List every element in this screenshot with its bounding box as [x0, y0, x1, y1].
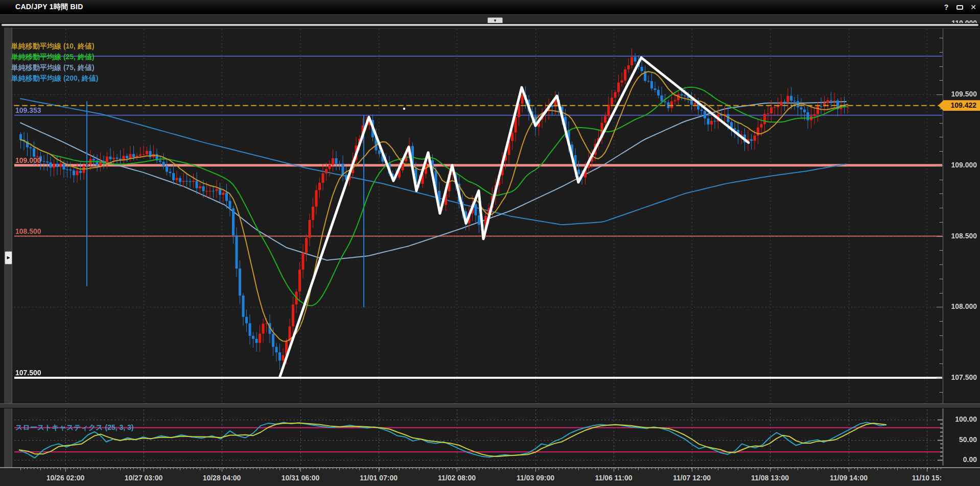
stoch-axis-label: 100.00: [943, 415, 977, 423]
time-axis-label: 11/09 14:00: [830, 474, 868, 482]
price-level-label: 109.000: [15, 156, 41, 164]
legend-item: 単純移動平均線 (25, 終値): [11, 52, 98, 62]
maximize-button[interactable]: [953, 2, 966, 12]
time-axis-label: 11/01 07:00: [360, 474, 398, 482]
scrollbar-thumb[interactable]: [2, 24, 978, 26]
price-axis-label: 107.500: [943, 373, 977, 381]
stoch-axis-label: 50.00: [943, 435, 977, 444]
window-title: CAD/JPY 1時間 BID: [15, 3, 83, 12]
time-axis-label: 11/10 15:: [912, 474, 942, 482]
time-axis-label: 10/31 06:00: [282, 474, 320, 482]
time-axis-label: 11/06 11:00: [595, 474, 632, 482]
left-toolbar-strip: [4, 28, 12, 467]
time-axis-label: 10/27 03:00: [125, 474, 163, 482]
time-axis-label: 10/26 02:00: [46, 474, 85, 482]
time-axis-label: 11/03 09:00: [517, 474, 554, 482]
price-axis-label: 108.000: [943, 302, 977, 310]
time-axis-label: 11/02 08:00: [438, 474, 476, 482]
stoch-axis-label: 0.00: [943, 455, 977, 464]
chevron-right-icon: ▶: [7, 255, 10, 260]
price-level-label: 109.353: [15, 106, 41, 114]
current-price-badge: 109.422: [938, 100, 980, 111]
legend-item: 単純移動平均線 (75, 終値): [11, 62, 98, 73]
legend-item: 単純移動平均線 (200, 終値): [11, 73, 98, 84]
price-axis-label: 109.500: [943, 90, 977, 98]
price-level-label: 107.500: [15, 369, 41, 377]
legend: 単純移動平均線 (10, 終値)単純移動平均線 (25, 終値)単純移動平均線 …: [11, 41, 98, 84]
help-button[interactable]: ?: [940, 2, 952, 12]
close-button[interactable]: ✕: [967, 2, 979, 12]
indicator-panel-canvas[interactable]: [12, 408, 980, 466]
price-level-label: 108.500: [15, 227, 41, 235]
price-axis-label: 109.000: [943, 161, 977, 169]
app-window: CAD/JPY 1時間 BID ? ✕ ▼ ▶ 単純移動平均線 (10, 終値)…: [0, 0, 980, 486]
titlebar: CAD/JPY 1時間 BID ? ✕: [0, 0, 980, 14]
panel-separator[interactable]: [0, 403, 980, 408]
time-axis-label: 11/07 12:00: [673, 474, 711, 482]
horizontal-scrollbar[interactable]: [0, 23, 980, 28]
legend-item: 単純移動平均線 (10, 終値): [11, 41, 98, 52]
time-axis-label: 11/08 13:00: [751, 474, 789, 482]
topbar: ▼: [0, 14, 980, 23]
expand-toolbar-button[interactable]: ▶: [5, 251, 12, 264]
main-chart-canvas[interactable]: [12, 28, 980, 403]
stochastic-label: スローストキャスティクス (25, 3, 3): [15, 423, 134, 432]
time-ticks-canvas: [12, 468, 980, 473]
time-axis-label: 10/28 04:00: [203, 474, 241, 482]
maximize-icon: [956, 5, 963, 10]
price-axis-label: 108.500: [943, 232, 977, 240]
